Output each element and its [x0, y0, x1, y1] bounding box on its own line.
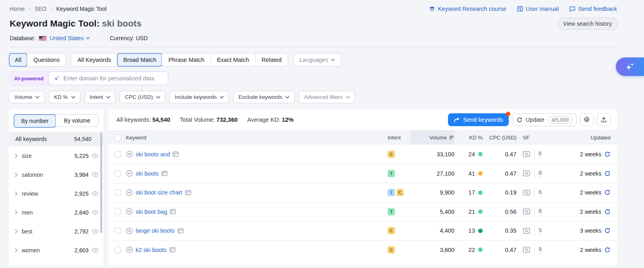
- send-feedback-link[interactable]: Send feedback: [569, 6, 617, 12]
- keyword-link[interactable]: k2 ski boots: [136, 247, 167, 253]
- col-sf[interactable]: SF: [516, 135, 557, 141]
- tab-questions[interactable]: Questions: [27, 53, 66, 66]
- group-item-size[interactable]: size 5,225: [9, 146, 103, 165]
- col-kd[interactable]: KD %: [454, 135, 483, 141]
- keyword-link[interactable]: lange ski boots: [136, 227, 175, 234]
- filter-include-keywords[interactable]: Include keywords: [169, 91, 229, 103]
- eye-icon[interactable]: [92, 210, 99, 215]
- refresh-row-icon[interactable]: [604, 151, 611, 158]
- refresh-row-icon[interactable]: [604, 227, 611, 234]
- sf-count[interactable]: 8: [539, 208, 542, 215]
- sf-count[interactable]: 8: [539, 246, 542, 254]
- update-button[interactable]: Update 4/5,000: [512, 113, 577, 126]
- serp-preview-icon[interactable]: [523, 190, 530, 196]
- tab-all-keywords[interactable]: All Keywords: [71, 53, 117, 66]
- add-keyword-icon[interactable]: [126, 208, 133, 215]
- keyword-link[interactable]: ski boot size chart: [136, 189, 182, 196]
- serp-preview-icon[interactable]: [523, 209, 530, 215]
- col-volume-sorted[interactable]: Volume: [410, 130, 454, 145]
- group-item-review[interactable]: review 2,925: [9, 184, 103, 203]
- serp-features-icon[interactable]: [161, 171, 167, 176]
- domain-input[interactable]: Enter domain for personalized data: [48, 72, 168, 85]
- keyword-link[interactable]: ski boots: [136, 170, 159, 177]
- ai-powered-badge: AI-powered: [9, 76, 49, 82]
- row-checkbox[interactable]: [115, 170, 121, 177]
- eye-icon[interactable]: [92, 248, 99, 253]
- add-keyword-icon[interactable]: [126, 189, 133, 196]
- add-keyword-icon[interactable]: [126, 246, 133, 253]
- breadcrumb: Home › SEO › Keyword Magic Tool: [10, 6, 107, 12]
- row-checkbox[interactable]: [115, 189, 121, 196]
- tab-broad-match[interactable]: Broad Match: [117, 53, 162, 67]
- group-item-salomon[interactable]: salomon 3,984: [9, 165, 103, 184]
- keyword-link[interactable]: ski boot bag: [136, 209, 167, 215]
- refresh-row-icon[interactable]: [604, 247, 611, 253]
- languages-dropdown[interactable]: Languages: [293, 53, 342, 67]
- filter-cpc[interactable]: CPC (USD): [120, 91, 165, 103]
- serp-preview-icon[interactable]: [523, 228, 530, 234]
- row-checkbox[interactable]: [115, 227, 121, 234]
- keyword-link[interactable]: ski boots and: [136, 151, 170, 158]
- sf-count[interactable]: 5: [539, 227, 542, 235]
- tab-phrase-match[interactable]: Phrase Match: [162, 53, 210, 66]
- row-checkbox[interactable]: [115, 151, 121, 158]
- col-cpc[interactable]: CPC (USD): [483, 135, 516, 141]
- sidebar-scrollbar[interactable]: [100, 133, 102, 233]
- serp-preview-icon[interactable]: [523, 247, 530, 253]
- filter-intent[interactable]: Intent: [85, 91, 116, 103]
- user-manual-link[interactable]: User manual: [517, 6, 559, 12]
- serp-features-icon[interactable]: [173, 151, 179, 157]
- refresh-row-icon[interactable]: [604, 209, 611, 215]
- serp-features-icon[interactable]: [169, 247, 175, 252]
- serp-features-icon[interactable]: [170, 209, 176, 214]
- serp-features-icon[interactable]: [178, 228, 184, 233]
- filter-exclude-keywords[interactable]: Exclude keywords: [233, 91, 295, 103]
- filter-kd[interactable]: KD %: [49, 91, 80, 103]
- tab-related[interactable]: Related: [255, 53, 288, 66]
- group-item-women[interactable]: women 2,603: [9, 241, 103, 260]
- eye-icon[interactable]: [92, 172, 99, 177]
- sort-by-volume-tab[interactable]: By volume: [56, 115, 98, 127]
- serp-preview-icon[interactable]: [523, 170, 530, 176]
- add-keyword-icon[interactable]: [126, 227, 133, 234]
- serp-preview-icon[interactable]: [523, 151, 530, 157]
- sort-by-number-tab[interactable]: By number: [14, 114, 56, 128]
- tab-all[interactable]: All: [9, 53, 27, 67]
- view-search-history-button[interactable]: View search history: [558, 18, 617, 30]
- filter-volume[interactable]: Volume: [9, 91, 45, 103]
- row-checkbox[interactable]: [115, 247, 121, 253]
- add-keyword-icon[interactable]: [126, 151, 133, 158]
- sf-count[interactable]: 6: [539, 150, 542, 158]
- ai-assistant-button[interactable]: [616, 57, 644, 76]
- table-row: ski boots T 27,100 41 0.47 8: [108, 164, 617, 183]
- serp-features-icon[interactable]: [185, 190, 191, 195]
- sf-divider: [534, 149, 535, 160]
- filter-advanced[interactable]: Advanced filters: [299, 91, 355, 103]
- export-button[interactable]: [597, 113, 611, 126]
- sparkles-icon: [625, 61, 635, 72]
- col-updated[interactable]: Updated: [557, 135, 611, 141]
- send-keywords-button[interactable]: Send keywords: [448, 113, 509, 126]
- breadcrumb-home[interactable]: Home: [10, 6, 25, 12]
- refresh-row-icon[interactable]: [604, 189, 611, 196]
- eye-icon[interactable]: [92, 229, 99, 234]
- col-keyword[interactable]: Keyword: [126, 135, 147, 141]
- database-select[interactable]: United States: [50, 35, 90, 41]
- keyword-research-course-link[interactable]: Keyword Research course: [429, 6, 506, 12]
- col-intent[interactable]: Intent: [388, 135, 410, 141]
- refresh-row-icon[interactable]: [604, 170, 611, 177]
- sf-count[interactable]: 6: [539, 189, 542, 196]
- tab-exact-match[interactable]: Exact Match: [211, 53, 255, 66]
- group-item-best[interactable]: best 2,792: [9, 222, 103, 241]
- updated-value: 2 weeks: [580, 151, 601, 158]
- eye-icon[interactable]: [92, 153, 99, 158]
- sf-count[interactable]: 8: [539, 170, 542, 177]
- eye-icon[interactable]: [92, 191, 99, 196]
- settings-button[interactable]: [580, 113, 594, 126]
- breadcrumb-seo[interactable]: SEO: [35, 6, 47, 12]
- add-keyword-icon[interactable]: [126, 170, 133, 177]
- all-keywords-group[interactable]: All keywords 54,540: [9, 132, 103, 146]
- row-checkbox[interactable]: [115, 209, 121, 215]
- select-all-checkbox[interactable]: [115, 134, 121, 141]
- group-item-men[interactable]: men 2,840: [9, 203, 103, 222]
